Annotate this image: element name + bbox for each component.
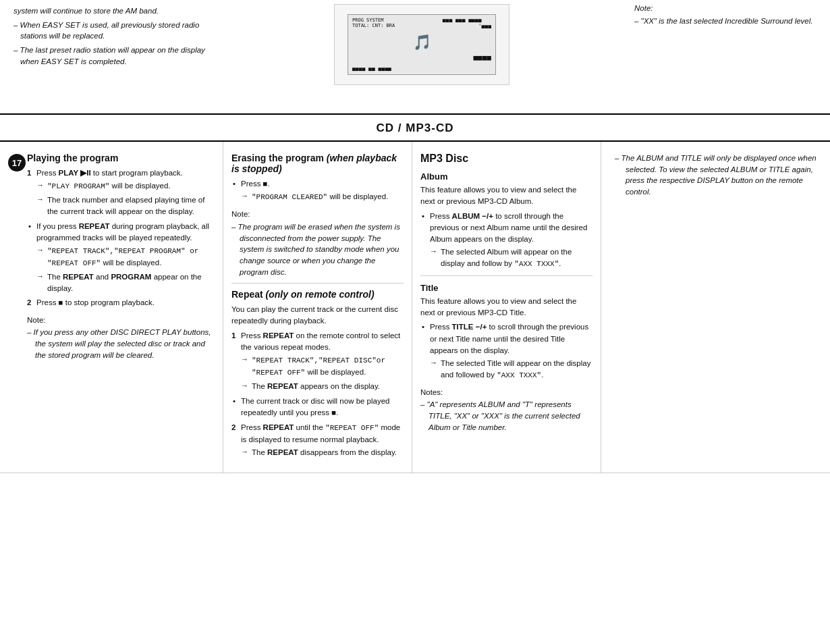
col2-divider xyxy=(231,283,404,284)
device-image: PROG SYSTEMTOTAL: CNT: BRA ■■■ ■■■ ■■■■ … xyxy=(334,4,509,85)
column-playing-program: Playing the program 1 Press PLAY ▶II to … xyxy=(27,142,223,473)
col2-erase-list: Press ■. "PROGRAM CLEARED" will be displ… xyxy=(231,178,404,203)
page-wrapper: system will continue to store the AM ban… xyxy=(0,0,830,644)
col2-bullet1: Press ■. "PROGRAM CLEARED" will be displ… xyxy=(231,178,404,203)
col3-album-bullet: Press ALBUM −/+ to scroll through the pr… xyxy=(420,211,592,270)
col2-step2-list: 2 Press REPEAT until the "REPEAT OFF" mo… xyxy=(231,422,404,458)
top-line1: system will continue to store the AM ban… xyxy=(13,5,223,17)
col2-step2: 2 Press REPEAT until the "REPEAT OFF" mo… xyxy=(231,422,404,458)
display-row3: ■■■■ xyxy=(352,53,491,62)
col1-step1-arrow1: "PLAY PROGRAM" will be displayed. xyxy=(36,180,215,192)
display-label-left: PROG SYSTEMTOTAL: CNT: BRA xyxy=(352,18,395,30)
col3-album-body: This feature allows you to view and sele… xyxy=(420,184,592,208)
column-mp3-disc: MP3 Disc Album This feature allows you t… xyxy=(412,142,601,473)
col3-title-heading: Title xyxy=(420,283,592,293)
col1-step2: 2 Press ■ to stop program playback. xyxy=(27,297,215,308)
col2-bullet2: The current track or disc will now be pl… xyxy=(231,396,404,419)
top-note-label: Note: xyxy=(634,3,817,14)
chapter-marker: 17 xyxy=(0,142,27,473)
col3-title-bullet: Press TITLE −/+ to scroll through the pr… xyxy=(420,321,592,381)
col1-bullet1-arrow1: "REPEAT TRACK","REPEAT PROGRAM" or "REPE… xyxy=(36,245,215,269)
display-row1: PROG SYSTEMTOTAL: CNT: BRA ■■■ ■■■ ■■■■ … xyxy=(352,18,491,30)
main-content: 17 Playing the program 1 Press PLAY ▶II … xyxy=(0,142,830,473)
col1-step2-list: 2 Press ■ to stop program playback. xyxy=(27,297,215,308)
display-label-right: ■■■ ■■■ ■■■■ '■■■ xyxy=(443,18,491,30)
top-line2: – When EASY SET is used, all previously … xyxy=(13,20,223,42)
col2-step1-arrow1: "REPEAT TRACK","REPEAT DISC"or "REPEAT O… xyxy=(241,354,404,379)
col1-bullet1-arrow2: The REPEAT and PROGRAM appear on the dis… xyxy=(36,271,215,294)
col3-title-body: This feature allows you to view and sele… xyxy=(420,296,592,319)
display-row4: ■■■■ ■■ ■■■■ xyxy=(352,66,491,72)
col1-bullets: If you press REPEAT during program playb… xyxy=(27,221,215,294)
col1-note-title: Note: xyxy=(27,315,215,326)
top-note-text: "XX" is the last selected Incredible Sur… xyxy=(634,16,817,27)
col3-album-arrow: The selected Album will appear on the di… xyxy=(430,246,592,270)
col2-repeat-bullets: The current track or disc will now be pl… xyxy=(231,396,404,419)
display-counter: ■■■■ xyxy=(474,53,492,62)
col2-note: Note: The program will be erased when th… xyxy=(231,209,404,277)
device-display: PROG SYSTEMTOTAL: CNT: BRA ■■■ ■■■ ■■■■ … xyxy=(348,14,496,75)
top-left-text: system will continue to store the AM ban… xyxy=(13,3,223,70)
col1-step1: 1 Press PLAY ▶II to start program playba… xyxy=(27,167,215,217)
col1-title: Playing the program xyxy=(27,153,215,163)
top-line3: – The last preset radio station will app… xyxy=(13,45,223,67)
col1-steps: 1 Press PLAY ▶II to start program playba… xyxy=(27,167,215,217)
col1-note-text: If you press any other DISC DIRECT PLAY … xyxy=(27,327,215,360)
col3-title: MP3 Disc xyxy=(420,153,592,165)
col2-repeat-steps: 1 Press REPEAT on the remote control to … xyxy=(231,330,404,392)
chapter-number: 17 xyxy=(8,154,26,171)
col3-note1: "A" represents ALBUM and "T" represents … xyxy=(420,399,592,433)
col2-repeat-step1: 1 Press REPEAT on the remote control to … xyxy=(231,330,404,392)
col3-divider xyxy=(420,275,592,276)
col3-title-arrow: The selected Title will appear on the di… xyxy=(430,358,592,381)
col3-title-bullets: Press TITLE −/+ to scroll through the pr… xyxy=(420,321,592,381)
col2-note-text: The program will be erased when the syst… xyxy=(231,221,404,277)
col2-title: Erasing the program (when playback is st… xyxy=(231,153,404,174)
col1-note: Note: If you press any other DISC DIRECT… xyxy=(27,315,215,361)
col4-dash1: The ALBUM and TITLE will only be display… xyxy=(615,153,819,198)
top-strip: system will continue to store the AM ban… xyxy=(0,0,830,115)
col3-album-heading: Album xyxy=(420,171,592,182)
col2-repeat-title: Repeat (only on remote control) xyxy=(231,289,404,300)
col1-bullet1: If you press REPEAT during program playb… xyxy=(27,221,215,294)
col2-bullet1-arrow: "PROGRAM CLEARED" will be displayed. xyxy=(241,191,404,203)
display-bottom: ■■■■ ■■ ■■■■ xyxy=(352,66,391,72)
col2-repeat-body: You can play the current track or the cu… xyxy=(231,304,404,327)
col2-note-title: Note: xyxy=(231,209,404,220)
col3-album-bullets: Press ALBUM −/+ to scroll through the pr… xyxy=(420,211,592,270)
col3-notes: Notes: "A" represents ALBUM and "T" repr… xyxy=(420,387,592,433)
device-image-area: PROG SYSTEMTOTAL: CNT: BRA ■■■ ■■■ ■■■■ … xyxy=(223,3,621,85)
column-right-notes: The ALBUM and TITLE will only be display… xyxy=(601,142,830,473)
col2-step2-arrow: The REPEAT disappears from the display. xyxy=(241,447,404,458)
display-icon: 🎵 xyxy=(413,34,431,51)
top-right-text: Note: "XX" is the last selected Incredib… xyxy=(621,3,817,29)
col2-step1-arrow2: The REPEAT appears on the display. xyxy=(241,381,404,392)
column-erasing-repeat: Erasing the program (when playback is st… xyxy=(223,142,412,473)
section-heading: CD / MP3-CD xyxy=(0,115,830,142)
display-row2: 🎵 xyxy=(352,34,491,51)
col3-notes-title: Notes: xyxy=(420,387,592,398)
col1-step1-arrow2: The track number and elapsed playing tim… xyxy=(36,194,215,217)
